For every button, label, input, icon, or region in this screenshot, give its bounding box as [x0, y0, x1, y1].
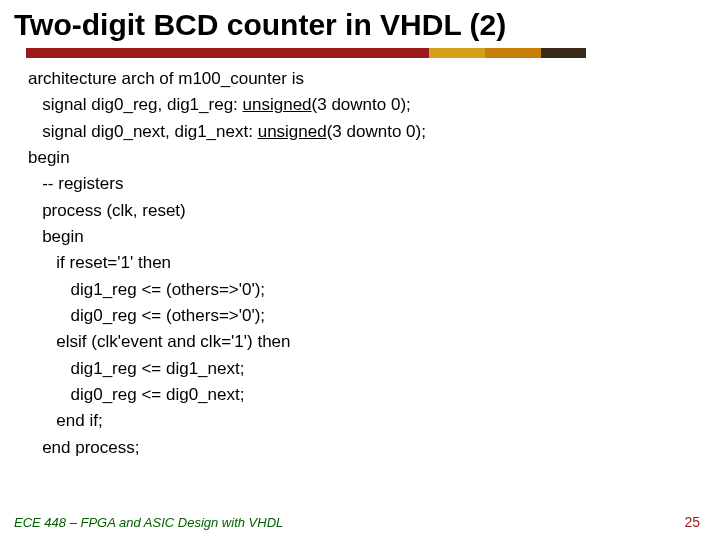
code-line: dig0_reg <= (others=>'0'); — [28, 303, 700, 329]
slide-footer: ECE 448 – FPGA and ASIC Design with VHDL… — [14, 514, 700, 530]
code-line: signal dig0_next, dig1_next: unsigned(3 … — [28, 119, 700, 145]
code-block: architecture arch of m100_counter is sig… — [14, 64, 700, 461]
code-line: end if; — [28, 408, 700, 434]
slide-title: Two-digit BCD counter in VHDL (2) — [14, 8, 700, 42]
code-line: process (clk, reset) — [28, 198, 700, 224]
code-line: architecture arch of m100_counter is — [28, 66, 700, 92]
code-line: dig1_reg <= (others=>'0'); — [28, 277, 700, 303]
code-line: dig1_reg <= dig1_next; — [28, 356, 700, 382]
code-line: -- registers — [28, 171, 700, 197]
code-line: if reset='1' then — [28, 250, 700, 276]
code-line: dig0_reg <= dig0_next; — [28, 382, 700, 408]
title-divider — [26, 48, 586, 58]
code-line: end process; — [28, 435, 700, 461]
slide-number: 25 — [684, 514, 700, 530]
code-line: begin — [28, 224, 700, 250]
code-line: begin — [28, 145, 700, 171]
code-line: signal dig0_reg, dig1_reg: unsigned(3 do… — [28, 92, 700, 118]
code-line: elsif (clk'event and clk='1') then — [28, 329, 700, 355]
footer-course: ECE 448 – FPGA and ASIC Design with VHDL — [14, 515, 283, 530]
